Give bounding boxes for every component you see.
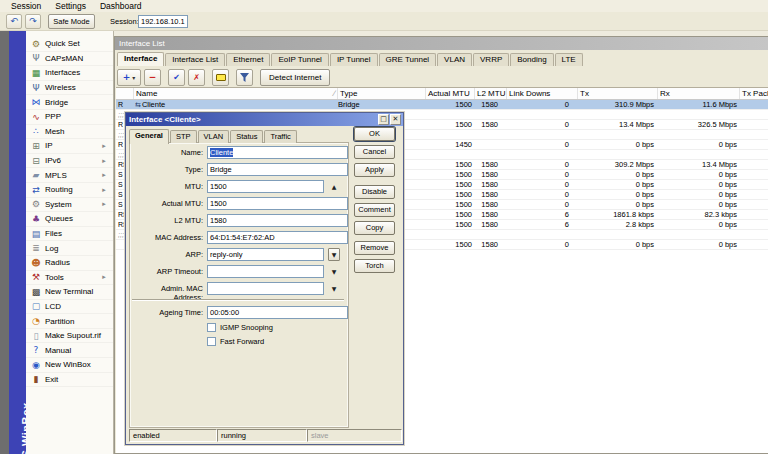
menu-item[interactable]: Settings xyxy=(48,1,93,11)
dialog-button[interactable]: Cancel xyxy=(354,145,395,159)
field-arrow-icon[interactable]: ▼ xyxy=(328,284,340,294)
field-arrow-icon[interactable]: ▼ xyxy=(328,267,340,277)
sidebar-item[interactable]: ∿ PPP ▸ xyxy=(26,110,113,125)
window-tab[interactable]: EoIP Tunnel xyxy=(271,53,328,66)
dialog-button[interactable]: Comment xyxy=(354,203,395,217)
maximize-icon[interactable]: □ xyxy=(378,114,389,125)
sidebar-item[interactable]: ▦ Interfaces ▸ xyxy=(26,66,113,81)
sidebar-item[interactable]: ▤ Files ▸ xyxy=(26,227,113,242)
field-arrow-icon[interactable] xyxy=(328,216,340,226)
dialog-button[interactable]: Apply xyxy=(354,163,395,177)
checkbox-row[interactable]: Fast Forward xyxy=(207,334,273,348)
checkbox[interactable] xyxy=(207,323,216,332)
menu-item[interactable]: Session xyxy=(4,1,48,11)
sidebar-item[interactable]: ⚒ Tools ▸ xyxy=(26,271,113,286)
sidebar-item[interactable]: ▰ MPLS ▸ xyxy=(26,168,113,183)
window-tab[interactable]: Interface xyxy=(117,52,164,66)
window-tab[interactable]: Ethernet xyxy=(226,53,270,66)
field-arrow-icon[interactable] xyxy=(328,165,340,175)
field-input[interactable] xyxy=(207,265,324,278)
window-tab[interactable]: VLAN xyxy=(437,53,472,66)
window-tab[interactable]: LTE xyxy=(555,53,583,66)
field-input[interactable] xyxy=(207,282,324,295)
close-icon[interactable]: ✕ xyxy=(390,114,401,125)
window-tab[interactable]: Interface List xyxy=(165,53,225,66)
row-actual-mtu: 1500 xyxy=(426,160,475,169)
sidebar-item[interactable]: ⋈ Bridge ▸ xyxy=(26,95,113,110)
safe-mode-button[interactable]: Safe Mode xyxy=(48,14,95,29)
filter-button[interactable] xyxy=(236,69,253,86)
column-flags[interactable] xyxy=(116,88,134,99)
sidebar-item[interactable]: ⚙ System ▸ xyxy=(26,198,113,213)
add-button[interactable]: +▾ xyxy=(117,69,141,86)
field-arrow-icon[interactable] xyxy=(328,148,340,158)
disable-button[interactable]: ✗ xyxy=(188,69,205,86)
sidebar-item[interactable]: Ψ Wireless ▸ xyxy=(26,81,113,96)
field-input[interactable]: 00:05:00 xyxy=(207,306,348,319)
sidebar-item[interactable]: ⚙ Quick Set ▸ xyxy=(26,37,113,52)
detect-internet-button[interactable]: Detect Internet xyxy=(260,69,330,86)
dialog-button[interactable]: Copy xyxy=(354,221,395,235)
column-name[interactable]: Name∕ xyxy=(134,88,338,99)
window-tab[interactable]: VRRP xyxy=(473,53,509,66)
sidebar-item[interactable]: ▩ New Terminal ▸ xyxy=(26,285,113,300)
window-tab[interactable]: Bonding xyxy=(510,53,553,66)
field-input[interactable]: reply-only xyxy=(207,248,324,261)
column-l2-mtu[interactable]: L2 MTU xyxy=(475,88,507,99)
field-input[interactable]: Cliente xyxy=(207,146,348,159)
field-input[interactable]: 1500 xyxy=(207,180,324,193)
dialog-button[interactable]: Torch xyxy=(354,259,395,273)
dialog-tab[interactable]: Status xyxy=(230,130,263,143)
dialog-tab[interactable]: STP xyxy=(170,130,197,143)
sidebar-item[interactable]: ◉ New WinBox ▸ xyxy=(26,358,113,373)
field-arrow-icon[interactable] xyxy=(328,308,340,318)
dialog-button[interactable]: Disable xyxy=(354,185,395,199)
table-row[interactable]: R ⇆Cliente Bridge 1500 1580 0 310.9 Mbps… xyxy=(116,100,768,110)
menu-item[interactable]: Dashboard xyxy=(93,1,149,11)
sidebar-item[interactable]: ⊟ IPv6 ▸ xyxy=(26,154,113,169)
dialog-tab[interactable]: VLAN xyxy=(198,130,230,143)
sidebar-item[interactable]: ▢ LCD ▸ xyxy=(26,300,113,315)
field-arrow-icon[interactable]: ▲ xyxy=(328,182,340,192)
sidebar-item[interactable]: ☻ Radius ▸ xyxy=(26,256,113,271)
checkbox[interactable] xyxy=(207,337,216,346)
column-actual-mtu[interactable]: Actual MTU xyxy=(426,88,475,99)
field-input[interactable]: 1500 xyxy=(207,197,348,210)
field-arrow-icon[interactable]: ▼ xyxy=(328,248,340,261)
sidebar-item[interactable]: ⊞ IP ▸ xyxy=(26,139,113,154)
column-type[interactable]: Type xyxy=(338,88,426,99)
column-rx[interactable]: Rx xyxy=(658,88,740,99)
field-arrow-icon[interactable] xyxy=(328,233,340,243)
undo-button[interactable]: ↶ xyxy=(6,14,22,29)
field-input[interactable]: 1580 xyxy=(207,214,348,227)
sidebar-item[interactable]: ? Manual ▸ xyxy=(26,343,113,358)
dialog-button[interactable]: Remove xyxy=(354,241,395,255)
comment-button[interactable] xyxy=(212,69,229,86)
enable-button[interactable]: ✔ xyxy=(168,69,185,86)
sidebar-item[interactable]: ≣ Log ▸ xyxy=(26,241,113,256)
field-arrow-icon[interactable] xyxy=(328,199,340,209)
sidebar-item[interactable]: ♣ Queues ▸ xyxy=(26,212,113,227)
column-tx[interactable]: Tx xyxy=(578,88,658,99)
dialog-tab[interactable]: Traffic xyxy=(264,130,296,143)
sidebar-item[interactable]: ▮ Exit ▸ xyxy=(26,373,113,388)
row-actual-mtu: 1450 xyxy=(426,140,475,149)
sidebar-item[interactable]: Ψ CAPsMAN ▸ xyxy=(26,52,113,67)
column-tx-packets[interactable]: Tx Packe xyxy=(740,88,768,99)
dialog-button[interactable]: OK xyxy=(354,127,395,141)
window-tab[interactable]: GRE Tunnel xyxy=(379,53,437,66)
sidebar-item[interactable]: ▯ Make Supout.rif ▸ xyxy=(26,329,113,344)
field-input[interactable]: 64:D1:54:E7:62:AD xyxy=(207,231,348,244)
sidebar-item[interactable]: ∴ Mesh ▸ xyxy=(26,125,113,140)
field-input[interactable]: Bridge xyxy=(207,163,348,176)
session-address-field[interactable]: 192.168.10.1 xyxy=(138,15,188,28)
checkbox-row[interactable]: IGMP Snooping xyxy=(207,320,273,334)
column-link-downs[interactable]: Link Downs xyxy=(507,88,578,99)
sidebar-item-icon: ▯ xyxy=(30,331,42,341)
redo-button[interactable]: ↷ xyxy=(25,14,41,29)
sidebar-item[interactable]: ⇄ Routing ▸ xyxy=(26,183,113,198)
remove-button[interactable]: − xyxy=(144,69,161,86)
window-tab[interactable]: IP Tunnel xyxy=(330,53,378,66)
sidebar-item[interactable]: ◔ Partition ▸ xyxy=(26,314,113,329)
dialog-tab[interactable]: General xyxy=(129,129,169,144)
